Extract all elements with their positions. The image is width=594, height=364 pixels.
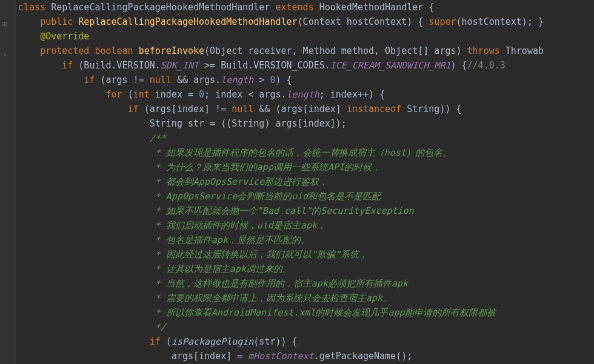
code-token: (str)) { [253,336,297,347]
code-token: /** [150,133,166,144]
code-token: length [221,74,253,85]
code-token: extends [275,2,319,13]
code-token: //4.0.3 [467,60,506,71]
code-line: /** [18,131,594,145]
code-token: * 我们启动插件的时候，uid是宿主apk， [150,220,326,231]
code-line: String str = ((String) args[index]); [18,116,594,131]
code-line: * 我们启动插件的时候，uid是宿主apk， [18,218,594,233]
code-line: * 所以你查看AndroidManifest.xml的时候会发现几乎app能申请… [18,305,594,320]
code-token: (hostContext); } [456,16,544,27]
code-line: args[index] = mHostContext.getPackageNam… [18,349,594,363]
fold-expand-icon[interactable]: ⊞ [2,17,7,31]
code-token: >= Build.VERSION_CODES. [199,60,330,71]
code-token: null [150,74,177,85]
code-line: * 如果发现是插件程序的包名的话，会统一替换成宿主（host）的包名。 [18,145,594,160]
code-token: .getPackageName(); [314,351,413,362]
code-token: super [429,16,456,27]
code-token: String)) { [407,104,461,114]
code-token: if [84,74,100,85]
code-line: if (isPackagePlugin(str)) { [18,334,594,349]
code-token: ( [128,89,133,100]
code-token: * 需要的权限全都申请上，因为系统只会去检查宿主apk。 [150,293,392,303]
code-token: Throwab [506,45,544,56]
code-token: protected boolean [40,45,139,56]
code-token: (Context hostContext) [298,16,418,27]
code-token: SDK_INT [161,60,199,71]
code-token: (args[index] != [144,104,232,114]
code-token: ReplaceCallingPackageHookedMethodHandler [51,2,275,13]
code-line: if (args[index] != null && (args[index] … [18,102,594,116]
code-token: * 所以你查看AndroidManifest.xml的时候会发现几乎app能申请… [150,307,496,318]
code-token: ( [166,336,172,347]
editor-gutter: ⊞ ↘ [0,0,16,364]
code-token: @Override [40,31,89,42]
code-token: ) { [450,60,467,71]
code-token: int [133,89,155,100]
code-line: * 为什么？原来当我们的app调用一些系统API的时候， [18,160,594,174]
code-line: class ReplaceCallingPackageHookedMethodH… [18,0,594,15]
code-area[interactable]: class ReplaceCallingPackageHookedMethodH… [16,0,594,364]
code-token: args[index] = [172,351,248,362]
code-token: if [128,104,144,114]
code-token: 0 [199,89,204,100]
code-token: class [18,2,51,13]
code-token: * AppOpsService会判断当前的uid和包名是不是匹配 [150,191,381,202]
code-token: (Build.VERSION. [78,60,160,71]
code-token: * 为什么？原来当我们的app调用一些系统API的时候， [150,162,381,173]
code-token: { [429,2,434,13]
code-token: index = [155,89,199,100]
code-line: @Override [18,29,594,44]
code-token: ) { [275,74,292,85]
code-token: null [232,104,259,114]
code-token: isPackagePlugin [172,336,253,347]
code-token: * 如果不匹配就会抛一个"Bad call"的SecurityException [150,205,414,216]
code-token: * 当然，这样做也是有副作用的，宿主apk必须把所有插件apk [150,278,408,289]
code-token: ICE_CREAM_SANDWICH_MR1 [330,60,451,71]
code-line: if (args != null && args.length > 0) { [18,73,594,87]
code-token: if [150,336,166,347]
code-line: protected boolean beforeInvoke(Object re… [18,44,594,58]
code-line: * 包名是插件apk，显然是不匹配的。 [18,233,594,247]
code-line: */ [18,320,594,334]
code-token: * 如果发现是插件程序的包名的话，会统一替换成宿主（host）的包名。 [150,147,452,158]
code-token: (Object receiver, Method method, Object[… [204,45,467,56]
code-token: String str = ((String) args[index]); [150,118,347,129]
code-token: instanceof [347,104,407,114]
code-token: beforeInvoke [139,45,204,56]
code-line: * AppOpsService会判断当前的uid和包名是不是匹配 [18,189,594,204]
code-token: ; index < args. [204,89,286,100]
code-token: public [40,16,78,27]
code-line: for (int index = 0; index < args.length;… [18,87,594,102]
code-token: * 让其以为是宿主apk调过来的。 [150,263,292,274]
code-line: * 当然，这样做也是有副作用的，宿主apk必须把所有插件apk [18,276,594,291]
code-token: mHostContext [248,351,313,362]
code-line: public ReplaceCallingPackageHookedMethod… [18,15,594,29]
code-token: && args. [177,74,221,85]
code-line: * 如果不匹配就会抛一个"Bad call"的SecurityException [18,204,594,218]
code-token: for [106,89,128,100]
code-token: { [418,16,429,27]
code-line: * 让其以为是宿主apk调过来的。 [18,262,594,276]
code-line: * 因此经过这层转换以后，我们就可以"欺骗"系统， [18,247,594,262]
code-token: */ [150,322,166,333]
code-token: * 因此经过这层转换以后，我们就可以"欺骗"系统， [150,249,368,260]
code-editor[interactable]: ⊞ ↘ class ReplaceCallingPackageHookedMet… [0,0,594,364]
code-token: (args != [100,74,149,85]
code-token: if [62,60,78,71]
code-token: throws [467,45,506,56]
code-token: && (args[index] [259,104,347,114]
code-line: if (Build.VERSION.SDK_INT >= Build.VERSI… [18,58,594,73]
code-line: * 都会到AppOpsService那边进行鉴权， [18,174,594,189]
override-icon[interactable]: ↘ [2,46,7,61]
code-token: ; index++) { [319,89,385,100]
code-token: HookedMethodHandler [319,2,429,13]
code-line: * 需要的权限全都申请上，因为系统只会去检查宿主apk。 [18,291,594,305]
code-token: * 包名是插件apk，显然是不匹配的。 [150,234,310,245]
code-token: ReplaceCallingPackageHookedMethodHandler [78,16,297,27]
code-token: * 都会到AppOpsService那边进行鉴权， [150,176,329,187]
code-token: > [253,74,270,85]
code-token: length [287,89,319,100]
